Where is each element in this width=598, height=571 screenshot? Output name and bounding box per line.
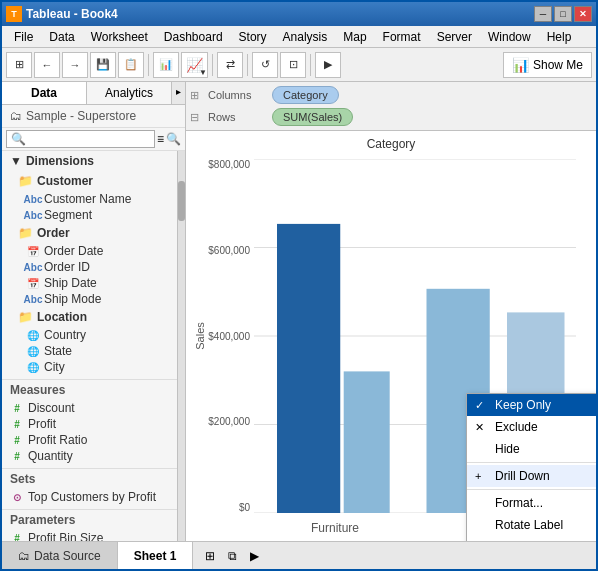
window-title: Tableau - Book4: [26, 7, 534, 21]
duplicate-sheet-icon[interactable]: ⧉: [223, 547, 241, 565]
field-label-customer-name: Customer Name: [44, 192, 131, 206]
toolbar-refresh-button[interactable]: ↺: [252, 52, 278, 78]
sets-header: Sets: [2, 468, 185, 489]
toolbar-save-button[interactable]: 💾: [90, 52, 116, 78]
abc-icon-order-id: Abc: [26, 260, 40, 274]
location-group[interactable]: 📁 Location: [2, 307, 185, 327]
toolbar-present-button[interactable]: ▶: [315, 52, 341, 78]
present-icon[interactable]: ▶: [245, 547, 263, 565]
field-label-quantity: Quantity: [28, 449, 73, 463]
sort-icon[interactable]: ≡: [157, 132, 164, 146]
toolbar-copy-button[interactable]: 📋: [118, 52, 144, 78]
toolbar-separator-1: [148, 54, 149, 76]
toolbar-chart-icon[interactable]: 📊: [153, 52, 179, 78]
tab-data-source[interactable]: 🗂 Data Source: [2, 542, 118, 569]
rows-pill[interactable]: SUM(Sales): [272, 108, 353, 126]
field-quantity[interactable]: # Quantity: [2, 448, 185, 464]
maximize-button[interactable]: □: [554, 6, 572, 22]
toolbar-auto-button[interactable]: ⊡: [280, 52, 306, 78]
search-field[interactable]: 🔍: [6, 130, 155, 148]
field-label-profit-bin-size: Profit Bin Size: [28, 531, 103, 541]
search-input[interactable]: [26, 133, 86, 145]
field-order-id[interactable]: Abc Order ID: [18, 259, 185, 275]
scrollbar-thumb[interactable]: [178, 181, 185, 221]
ctx-exclude[interactable]: ✕ Exclude: [467, 416, 596, 438]
context-menu: ✓ Keep Only ✕ Exclude Hide + Drill Down: [466, 393, 596, 541]
rows-grid-icon: ⊟: [190, 111, 204, 124]
menu-analysis[interactable]: Analysis: [275, 28, 336, 46]
ctx-label-rotate: Rotate Label: [495, 518, 563, 532]
field-segment[interactable]: Abc Segment: [18, 207, 185, 223]
y-axis-title: Sales: [194, 322, 206, 350]
dimensions-header[interactable]: ▼ Dimensions: [2, 151, 185, 171]
ctx-show-header[interactable]: ✓ Show Header: [467, 536, 596, 541]
tab-data[interactable]: Data: [2, 82, 87, 104]
field-top-customers-set[interactable]: ⊙ Top Customers by Profit: [2, 489, 185, 505]
rows-shelf: ⊟ Rows SUM(Sales): [190, 106, 592, 128]
toolbar-separator-2: [212, 54, 213, 76]
y-axis: $800,000 $600,000 $400,000 $200,000 $0: [202, 159, 250, 513]
field-city[interactable]: 🌐 City: [18, 359, 185, 375]
customer-group[interactable]: 📁 Customer: [2, 171, 185, 191]
field-order-date[interactable]: 📅 Order Date: [18, 243, 185, 259]
field-state[interactable]: 🌐 State: [18, 343, 185, 359]
menu-worksheet[interactable]: Worksheet: [83, 28, 156, 46]
toolbar-swap-button[interactable]: ⇄: [217, 52, 243, 78]
x-icon-exclude: ✕: [475, 421, 484, 434]
menu-file[interactable]: File: [6, 28, 41, 46]
toolbar-chart2-icon[interactable]: 📈 ▼: [181, 52, 208, 78]
panel-arrow[interactable]: ▸: [172, 82, 185, 104]
scrollbar[interactable]: [177, 151, 185, 541]
ctx-drill-down[interactable]: + Drill Down: [467, 465, 596, 487]
tab-analytics[interactable]: Analytics: [87, 82, 172, 104]
field-label-discount: Discount: [28, 401, 75, 415]
field-country[interactable]: 🌐 Country: [18, 327, 185, 343]
field-ship-mode[interactable]: Abc Ship Mode: [18, 291, 185, 307]
menu-dashboard[interactable]: Dashboard: [156, 28, 231, 46]
y-label-0: $0: [239, 502, 250, 513]
location-folder-icon: 📁: [18, 310, 33, 324]
check-icon-show-header: ✓: [475, 541, 484, 542]
ctx-hide[interactable]: Hide: [467, 438, 596, 460]
menu-data[interactable]: Data: [41, 28, 82, 46]
close-button[interactable]: ✕: [574, 6, 592, 22]
menu-story[interactable]: Story: [231, 28, 275, 46]
chart-title: Category: [367, 137, 416, 151]
field-ship-date[interactable]: 📅 Ship Date: [18, 275, 185, 291]
filter-icon[interactable]: 🔍: [166, 132, 181, 146]
ctx-label-keep-only: Keep Only: [495, 398, 551, 412]
bar-furniture-dark[interactable]: [277, 224, 340, 513]
hash-icon-quantity: #: [10, 449, 24, 463]
measures-label: Measures: [10, 383, 65, 397]
show-me-button[interactable]: 📊 Show Me: [503, 52, 592, 78]
columns-pill[interactable]: Category: [272, 86, 339, 104]
toolbar-forward-button[interactable]: →: [62, 52, 88, 78]
ctx-keep-only[interactable]: ✓ Keep Only: [467, 394, 596, 416]
menu-server[interactable]: Server: [429, 28, 480, 46]
customer-fields: Abc Customer Name Abc Segment: [2, 191, 185, 223]
bar-furniture-light[interactable]: [344, 371, 390, 513]
tab-sheet1[interactable]: Sheet 1: [118, 542, 194, 569]
field-profit-ratio[interactable]: # Profit Ratio: [2, 432, 185, 448]
columns-label: Columns: [208, 89, 268, 101]
chart-area: Category $800,000 $600,000 $400,000 $200…: [186, 131, 596, 541]
field-customer-name[interactable]: Abc Customer Name: [18, 191, 185, 207]
field-profit-bin-size[interactable]: # Profit Bin Size: [2, 530, 185, 541]
order-group[interactable]: 📁 Order: [2, 223, 185, 243]
y-label-600k: $600,000: [208, 245, 250, 256]
menu-map[interactable]: Map: [335, 28, 374, 46]
ctx-rotate-label[interactable]: Rotate Label: [467, 514, 596, 536]
ctx-format[interactable]: Format...: [467, 492, 596, 514]
menu-help[interactable]: Help: [539, 28, 580, 46]
app-icon: T: [6, 6, 22, 22]
field-profit[interactable]: # Profit: [2, 416, 185, 432]
data-source-label: 🗂 Sample - Superstore: [2, 105, 185, 128]
menu-format[interactable]: Format: [375, 28, 429, 46]
field-discount[interactable]: # Discount: [2, 400, 185, 416]
toolbar-grid-icon[interactable]: ⊞: [6, 52, 32, 78]
menu-window[interactable]: Window: [480, 28, 539, 46]
minimize-button[interactable]: ─: [534, 6, 552, 22]
toolbar-back-button[interactable]: ←: [34, 52, 60, 78]
data-source-tab-label: Data Source: [34, 549, 101, 563]
add-sheet-icon[interactable]: ⊞: [201, 547, 219, 565]
